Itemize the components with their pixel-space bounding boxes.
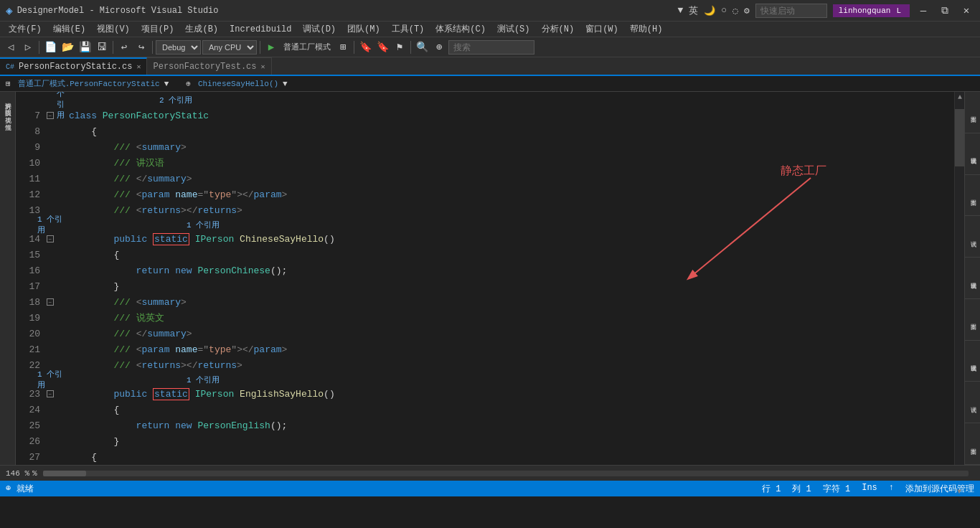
- platform-dropdown[interactable]: Any CPU: [202, 40, 257, 55]
- toolbar-search[interactable]: 🔍: [414, 39, 430, 55]
- right-label-6[interactable]: 图案: [965, 299, 980, 341]
- toolbar-forward[interactable]: ▷: [20, 39, 36, 55]
- collapse-23[interactable]: −: [44, 390, 56, 397]
- status-col: 列 1: [792, 483, 811, 495]
- toolbar-undo[interactable]: ↩: [116, 39, 132, 55]
- tab-person-factory-static[interactable]: C# PersonFactoryStatic.cs ✕: [0, 57, 147, 75]
- linenum-16: 16: [16, 265, 44, 276]
- nav-namespace[interactable]: 普通工厂模式.PersonFactoryStatic: [14, 78, 164, 89]
- tab-person-factory-test[interactable]: PersonFactoryTest.cs ✕: [147, 57, 271, 75]
- toolbar-save-all[interactable]: 🖫: [94, 39, 110, 55]
- toolbar-open[interactable]: 📂: [60, 39, 75, 55]
- zoom-level: 146 %: [6, 469, 29, 478]
- code-line-13: /// <returns></returns>: [66, 202, 954, 218]
- right-label-7[interactable]: 调试提示: [965, 341, 980, 382]
- keyword-new-16: new: [175, 265, 197, 276]
- menu-project[interactable]: 项目(P): [136, 22, 180, 37]
- menu-tools[interactable]: 工具(T): [386, 22, 430, 37]
- refs-1a-text: 1 个引用: [187, 220, 220, 230]
- menu-edit[interactable]: 编辑(E): [47, 22, 92, 37]
- toolbar-run[interactable]: ▶: [263, 39, 279, 55]
- left-sidebar: 解决方 团队资 类视 属性: [0, 92, 16, 465]
- menu-window[interactable]: 窗口(W): [580, 22, 624, 37]
- menu-analyze[interactable]: 分析(N): [536, 22, 580, 37]
- linenum-17: 17: [16, 281, 44, 292]
- settings-icon[interactable]: ⚙: [744, 5, 750, 16]
- refs-1b-text: 1 个引用: [187, 374, 220, 385]
- toolbar-bookmark2[interactable]: 🔖: [374, 39, 390, 55]
- toolbar-search-input[interactable]: [448, 40, 534, 55]
- brace-open: {: [69, 126, 97, 137]
- collapse-14[interactable]: −: [44, 235, 56, 242]
- right-label-1[interactable]: 图案: [965, 92, 980, 133]
- comment-20: /// </summary>: [69, 329, 192, 339]
- brace-close-17: }: [69, 281, 119, 292]
- minimize-button[interactable]: —: [915, 3, 931, 19]
- debug-mode-dropdown[interactable]: Debug: [156, 40, 201, 55]
- title-icons: ▼ 英 🌙 ○ ◌ ⚙: [677, 4, 749, 17]
- collapse-btn-14[interactable]: −: [47, 235, 54, 242]
- right-label-9[interactable]: 图案: [965, 423, 980, 465]
- tab-close-active[interactable]: ✕: [136, 62, 141, 71]
- scroll-thumb[interactable]: [955, 109, 964, 166]
- scroll-up[interactable]: ▲: [955, 92, 964, 102]
- menu-file[interactable]: 文件(F): [3, 22, 47, 37]
- menu-test[interactable]: 测试(S): [491, 22, 536, 37]
- menu-arch[interactable]: 体系结构(C): [430, 22, 491, 37]
- gutter-10: 10: [16, 155, 66, 171]
- menu-help[interactable]: 帮助(H): [624, 22, 669, 37]
- horizontal-scrollbar[interactable]: [43, 471, 969, 476]
- menu-build[interactable]: 生成(B): [179, 22, 224, 37]
- gutter-12: 12: [16, 187, 66, 202]
- right-label-2[interactable]: 调试提示: [965, 133, 980, 175]
- tb-sep2: [113, 41, 113, 54]
- code-area: 2 个引用 class PersonFactoryStatic { /// <s…: [66, 92, 954, 465]
- menu-view[interactable]: 视图(V): [91, 22, 136, 37]
- gutter-11: 11: [16, 171, 66, 187]
- gutter-24: 24: [16, 402, 66, 418]
- title-text: DesignerModel - Microsoft Visual Studio: [17, 6, 219, 16]
- toolbar-back[interactable]: ◁: [3, 39, 19, 55]
- toolbar-save[interactable]: 💾: [77, 39, 93, 55]
- scrollbar-vertical[interactable]: ▲ ▼: [954, 92, 964, 465]
- menu-team[interactable]: 团队(M): [341, 22, 386, 37]
- collapse-18[interactable]: −: [44, 298, 56, 306]
- toolbar-new[interactable]: 📄: [42, 39, 58, 55]
- right-label-3[interactable]: 图案: [965, 175, 980, 217]
- menu-incredibuild[interactable]: Incredibuild: [224, 23, 297, 36]
- toolbar-redo[interactable]: ↪: [133, 39, 149, 55]
- gutter-23: 23 −: [16, 386, 66, 402]
- close-button[interactable]: ✕: [958, 3, 974, 19]
- theme-icon: 🌙: [704, 5, 715, 16]
- menu-debug[interactable]: 调试(D): [297, 22, 341, 37]
- collapse-btn-23[interactable]: −: [47, 390, 54, 397]
- collapse-btn-7[interactable]: −: [47, 112, 54, 119]
- maximize-button[interactable]: ⧉: [937, 3, 953, 19]
- space-14: [189, 234, 195, 245]
- type-iperson-23: IPerson: [195, 389, 235, 400]
- toolbar-bookmark3[interactable]: ⚑: [392, 39, 407, 55]
- nav-method[interactable]: ChineseSayHello(): [194, 80, 283, 88]
- code-container: 2 个引用 7 − 8 9 10: [16, 92, 964, 465]
- tab-close-inactive[interactable]: ✕: [261, 62, 265, 71]
- quick-launch-input[interactable]: [755, 4, 827, 18]
- tab-icon-cs: C#: [6, 63, 14, 71]
- right-label-8[interactable]: 调试: [965, 382, 980, 423]
- h-scroll-thumb[interactable]: [43, 471, 86, 476]
- toolbar-more[interactable]: ⊞: [335, 39, 351, 55]
- collapse-7[interactable]: −: [44, 112, 56, 119]
- right-label-5[interactable]: 调试提示: [965, 258, 980, 299]
- comment-11: /// </summary>: [69, 174, 192, 184]
- brace-24: {: [69, 405, 119, 415]
- toolbar-bookmark[interactable]: 🔖: [357, 39, 373, 55]
- vs-logo: ◈: [6, 4, 13, 18]
- comment-22: /// <returns></returns>: [69, 360, 242, 371]
- toolbar-search2[interactable]: ⊕: [431, 39, 447, 55]
- gutter-25: 25: [16, 418, 66, 433]
- code-line-22: /// <returns></returns>: [66, 357, 954, 373]
- refs-2-text: 2 个引用: [159, 95, 192, 105]
- keyword-return-16: return: [69, 265, 175, 276]
- collapse-btn-18[interactable]: −: [47, 298, 54, 306]
- status-row: 行 1: [762, 483, 781, 495]
- right-label-4[interactable]: 调试: [965, 216, 980, 258]
